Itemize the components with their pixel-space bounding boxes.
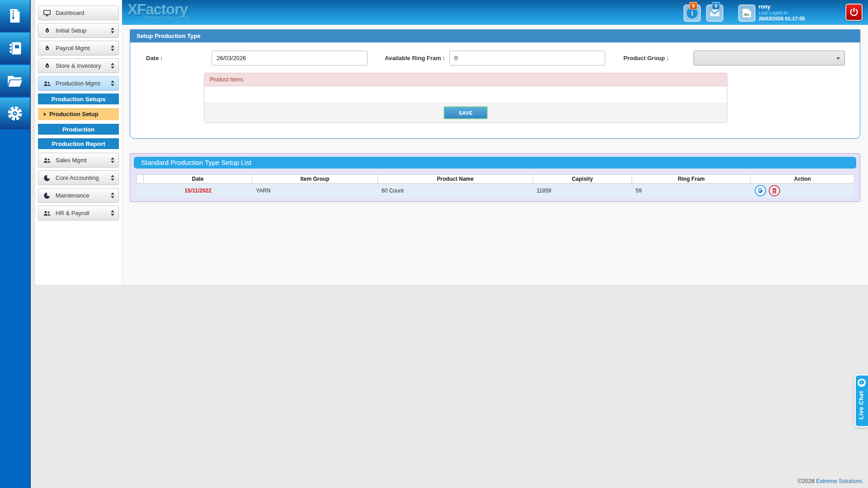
- sidebar-item-maintenance[interactable]: Maintenance: [38, 188, 119, 203]
- app-header: XFactory SPINNING MILLS ERP 0 ! 0 rony L…: [122, 0, 868, 25]
- logout-button[interactable]: [845, 4, 863, 21]
- pie-chart-icon: [42, 174, 52, 183]
- main-content: Setup Production Type Date : Available R…: [122, 25, 868, 285]
- sidebar-item-production-mgmt[interactable]: Production Mgmt: [38, 76, 119, 91]
- expand-arrows-icon: [111, 157, 114, 163]
- pie-chart-icon: [42, 191, 52, 200]
- messages-badge: 0: [712, 2, 720, 9]
- table-header-row: Date Item Group Product Name Capisity Ri…: [137, 174, 854, 183]
- last-login-label: Last Loged-in:: [759, 10, 805, 15]
- sidebar-section-production[interactable]: Production: [38, 124, 119, 135]
- app-root: Dashboard Initial Setup Payroll Mgmt Sto…: [0, 0, 868, 488]
- cell-item-group: YARN: [252, 183, 378, 198]
- messages-button[interactable]: 0: [706, 5, 723, 22]
- product-items-panel: Product Items SAVE: [204, 73, 727, 123]
- zip-file-icon: [7, 8, 23, 24]
- folder-icon[interactable]: [0, 65, 30, 97]
- column-header-product-name: Product Name: [378, 175, 533, 183]
- sidebar-item-initial-setup[interactable]: Initial Setup: [38, 23, 119, 38]
- lamp-icon: [42, 26, 52, 35]
- column-header-item-group: Item Group: [252, 175, 378, 183]
- expand-arrows-icon: [111, 28, 114, 33]
- user-info[interactable]: rony Last Loged-in: 26/03/2026 01:17:05: [759, 4, 805, 21]
- product-items-empty-row: [204, 86, 727, 103]
- footer: ©2026 Extreme Solutions.: [798, 478, 863, 484]
- icon-rail: [0, 0, 31, 488]
- footer-copyright: ©2026: [798, 478, 815, 484]
- power-icon: [849, 7, 859, 17]
- column-header-capisity: Capisity: [533, 175, 632, 183]
- live-chat-tab[interactable]: Live Chat: [854, 374, 868, 427]
- app-logo[interactable]: XFactory SPINNING MILLS ERP: [127, 1, 189, 20]
- available-ring-fram-input[interactable]: [449, 51, 605, 66]
- cell-ring-fram: 59: [632, 183, 751, 198]
- section-label: Production Report: [52, 141, 105, 147]
- expand-arrows-icon: [111, 63, 114, 69]
- sidebar-item-core-accounting[interactable]: Core Accounting: [38, 170, 119, 185]
- product-items-footer: SAVE: [204, 103, 727, 122]
- last-login-time: 26/03/2026 01:17:05: [759, 16, 805, 21]
- sidebar-item-label: Maintenance: [56, 192, 111, 199]
- product-group-select[interactable]: [693, 51, 845, 66]
- date-input[interactable]: [212, 51, 368, 66]
- notebook-icon[interactable]: [0, 33, 30, 64]
- sidebar-item-label: HR & Payroll: [56, 210, 111, 216]
- sidebar-item-hr-payroll[interactable]: HR & Payroll: [38, 206, 119, 221]
- edit-row-button[interactable]: [755, 185, 766, 197]
- form-row: Date : Available Ring Fram : Product Gro…: [130, 42, 860, 74]
- live-chat-label: Live Chat: [858, 391, 864, 419]
- cell-capisity: 11859: [533, 183, 632, 198]
- alerts-button[interactable]: 0 !: [684, 5, 701, 22]
- image-icon: [741, 7, 753, 19]
- folder-glyph-icon: [6, 72, 24, 89]
- user-name: rony: [759, 4, 805, 9]
- sidebar-item-sales-mgmt[interactable]: Sales Mgmt: [38, 153, 119, 168]
- sidebar-item-label: Sales Mgmt: [56, 157, 111, 164]
- column-header-ring-fram: Ring Fram: [632, 175, 751, 183]
- delete-row-button[interactable]: [769, 185, 780, 197]
- table-row: 15/11/2022 YARN 60 Count 11859 59: [137, 183, 854, 198]
- expand-arrows-icon: [111, 45, 114, 51]
- available-ring-fram-label: Available Ring Fram :: [385, 51, 444, 66]
- lamp-icon: [42, 61, 52, 70]
- sidebar-item-label: Store & Inventory: [56, 62, 111, 69]
- monitor-icon: [42, 9, 52, 18]
- column-header-blank: [137, 175, 144, 183]
- save-button[interactable]: SAVE: [443, 106, 488, 119]
- sidebar-item-store-inventory[interactable]: Store & Inventory: [38, 58, 119, 73]
- setup-production-type-panel: Setup Production Type Date : Available R…: [130, 29, 860, 139]
- section-label: Production Setups: [51, 96, 105, 103]
- lamp-icon: [42, 44, 52, 53]
- people-icon: [42, 79, 52, 88]
- sidebar-item-payroll-mgmt[interactable]: Payroll Mgmt: [38, 41, 119, 56]
- archive-document-icon[interactable]: [0, 0, 30, 32]
- caret-right-icon: [44, 113, 46, 116]
- settings-gear-icon[interactable]: [0, 98, 30, 129]
- sidebar-item-label: Production Mgmt: [56, 80, 111, 87]
- chat-bubble-icon: [857, 378, 866, 387]
- footer-vendor-link[interactable]: Extreme Solutions.: [816, 478, 863, 484]
- sidebar-item-label: Dashboard: [56, 9, 114, 16]
- sidebar-item-production-setup[interactable]: Production Setup: [38, 108, 119, 120]
- gallery-button[interactable]: [738, 5, 755, 22]
- date-label: Date :: [146, 51, 162, 66]
- sidebar: Dashboard Initial Setup Payroll Mgmt Sto…: [35, 0, 122, 285]
- setup-list-title: Standard Production Type Setup List: [134, 157, 856, 169]
- cell-product-name: 60 Count: [378, 183, 533, 198]
- sidebar-section-production-setups[interactable]: Production Setups: [38, 94, 119, 104]
- sidebar-item-label: Payroll Mgmt: [56, 45, 111, 52]
- expand-arrows-icon: [111, 192, 114, 198]
- people-icon: [42, 156, 52, 165]
- column-header-date: Date: [144, 175, 252, 183]
- column-header-action: Action: [751, 175, 854, 183]
- expand-arrows-icon: [111, 175, 114, 181]
- sidebar-section-production-report[interactable]: Production Report: [38, 138, 119, 149]
- sidebar-item-dashboard[interactable]: Dashboard: [38, 5, 119, 20]
- logo-tagline: SPINNING MILLS ERP: [143, 15, 189, 20]
- sidebar-item-label: Initial Setup: [56, 27, 111, 34]
- edit-icon: [755, 185, 766, 197]
- trash-icon: [769, 185, 780, 197]
- cell-date: 15/11/2022: [144, 183, 252, 198]
- alerts-badge: 0: [689, 2, 698, 9]
- product-items-title: Product Items: [204, 73, 727, 86]
